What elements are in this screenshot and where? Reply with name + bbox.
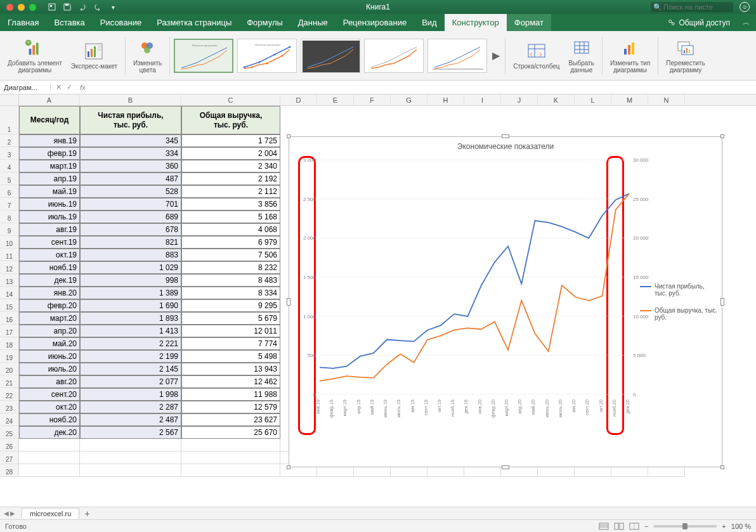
row-header-20[interactable]: 20	[0, 363, 19, 375]
column-header-B[interactable]: B	[80, 94, 181, 105]
data-cell[interactable]: окт.19	[19, 249, 80, 261]
view-normal-icon[interactable]	[599, 522, 609, 530]
data-cell[interactable]: 12 462	[181, 375, 280, 388]
chart-object[interactable]: Экономические показатели 05001 0001 5002…	[289, 136, 722, 467]
resize-handle-bm[interactable]	[502, 465, 509, 469]
data-cell[interactable]: 345	[80, 134, 181, 147]
data-cell[interactable]: окт.20	[19, 401, 80, 413]
sheet-tab[interactable]: microexcel.ru	[22, 508, 79, 519]
empty-cell[interactable]	[80, 451, 181, 464]
data-cell[interactable]: 689	[80, 211, 181, 223]
data-cell[interactable]: 9 295	[181, 299, 280, 312]
row-header-10[interactable]: 10	[0, 236, 19, 249]
data-cell[interactable]: 12 579	[181, 401, 280, 413]
data-cell[interactable]: 2 192	[181, 172, 280, 185]
row-header-25[interactable]: 25	[0, 426, 19, 439]
data-cell[interactable]: 23 627	[181, 413, 280, 426]
row-header-9[interactable]: 9	[0, 223, 19, 236]
chart-style-4[interactable]	[364, 39, 424, 73]
data-cell[interactable]: 2 340	[181, 160, 280, 172]
row-header-6[interactable]: 6	[0, 185, 19, 198]
select-all-corner[interactable]	[0, 94, 19, 105]
change-chart-type-button[interactable]: Изменить тип диаграммы	[606, 38, 654, 74]
data-cell[interactable]: 1 413	[80, 325, 181, 337]
data-cell[interactable]: 5 168	[181, 211, 280, 223]
data-cell[interactable]: 2 112	[181, 185, 280, 198]
data-cell[interactable]: 2 199	[80, 350, 181, 363]
data-cell[interactable]: апр.19	[19, 172, 80, 185]
undo-icon[interactable]	[78, 3, 87, 11]
data-cell[interactable]: 12 011	[181, 325, 280, 337]
data-cell[interactable]: 1 998	[80, 388, 181, 401]
data-cell[interactable]: янв.20	[19, 287, 80, 299]
data-cell[interactable]: нояб.20	[19, 413, 80, 426]
empty-cell[interactable]	[19, 439, 80, 451]
column-header-F[interactable]: F	[354, 94, 391, 105]
data-cell[interactable]: 487	[80, 172, 181, 185]
data-cell[interactable]: янв.19	[19, 134, 80, 147]
data-cell[interactable]: 8 232	[181, 261, 280, 274]
data-cell[interactable]: авг.19	[19, 223, 80, 236]
row-header-12[interactable]: 12	[0, 261, 19, 274]
chart-title[interactable]: Экономические показатели	[289, 137, 722, 153]
minimize-window-button[interactable]	[18, 4, 25, 11]
search-input[interactable]	[651, 2, 733, 12]
data-cell[interactable]: сент.20	[19, 388, 80, 401]
chart-style-1[interactable]: Название диаграммы	[174, 39, 233, 73]
data-cell[interactable]: 2 221	[80, 337, 181, 350]
data-cell[interactable]: 2 487	[80, 413, 181, 426]
tab-insert[interactable]: Вставка	[46, 14, 92, 31]
data-cell[interactable]: март.20	[19, 312, 80, 325]
search-box[interactable]: 🔍	[651, 2, 733, 12]
table-header-cell[interactable]: Общая выручка, тыс. руб.	[181, 106, 280, 134]
data-cell[interactable]: 821	[80, 236, 181, 249]
data-cell[interactable]: 2 145	[80, 363, 181, 375]
data-cell[interactable]: 678	[80, 223, 181, 236]
data-cell[interactable]: июнь.20	[19, 350, 80, 363]
collapse-ribbon-button[interactable]: ︿	[736, 14, 756, 31]
zoom-out-button[interactable]: −	[644, 522, 648, 530]
column-header-C[interactable]: C	[181, 94, 280, 105]
row-header-24[interactable]: 24	[0, 413, 19, 426]
zoom-slider-thumb[interactable]	[682, 523, 688, 529]
data-cell[interactable]: апр.20	[19, 325, 80, 337]
change-colors-button[interactable]: Изменить цвета	[129, 38, 166, 74]
row-header-17[interactable]: 17	[0, 325, 19, 337]
data-cell[interactable]: 998	[80, 274, 181, 287]
data-cell[interactable]: 7 774	[181, 337, 280, 350]
empty-cell[interactable]	[19, 451, 80, 464]
resize-handle-tr[interactable]	[720, 134, 724, 138]
data-cell[interactable]: 528	[80, 185, 181, 198]
row-header-13[interactable]: 13	[0, 274, 19, 287]
resize-handle-mr[interactable]	[720, 298, 724, 306]
column-header-N[interactable]: N	[648, 94, 685, 105]
sheet-nav-prev[interactable]: ◀	[4, 510, 9, 517]
tab-review[interactable]: Рецензирование	[336, 14, 414, 31]
data-cell[interactable]: 5 498	[181, 350, 280, 363]
data-cell[interactable]: 11 988	[181, 388, 280, 401]
data-cell[interactable]: 883	[80, 249, 181, 261]
data-cell[interactable]: 701	[80, 198, 181, 211]
tab-page-layout[interactable]: Разметка страницы	[149, 14, 239, 31]
data-cell[interactable]: 334	[80, 147, 181, 160]
column-header-L[interactable]: L	[575, 94, 611, 105]
data-cell[interactable]: июль.20	[19, 363, 80, 375]
tab-data[interactable]: Данные	[290, 14, 336, 31]
column-header-D[interactable]: D	[280, 94, 317, 105]
column-header-G[interactable]: G	[391, 94, 427, 105]
data-cell[interactable]: июль.19	[19, 211, 80, 223]
data-cell[interactable]: 25 670	[181, 426, 280, 439]
data-cell[interactable]: май.20	[19, 337, 80, 350]
tab-formulas[interactable]: Формулы	[239, 14, 290, 31]
empty-cell[interactable]	[181, 451, 280, 464]
column-header-K[interactable]: K	[538, 94, 575, 105]
zoom-in-button[interactable]: +	[722, 522, 726, 530]
data-cell[interactable]: май.19	[19, 185, 80, 198]
empty-cell[interactable]	[181, 439, 280, 451]
data-cell[interactable]: 1 725	[181, 134, 280, 147]
chart-style-2[interactable]: Название диаграммы	[237, 39, 297, 73]
zoom-value[interactable]: 100 %	[731, 522, 751, 530]
add-chart-element-button[interactable]: + Добавить элемент диаграммы	[4, 38, 66, 74]
column-header-E[interactable]: E	[317, 94, 354, 105]
row-header-26[interactable]: 26	[0, 439, 19, 451]
